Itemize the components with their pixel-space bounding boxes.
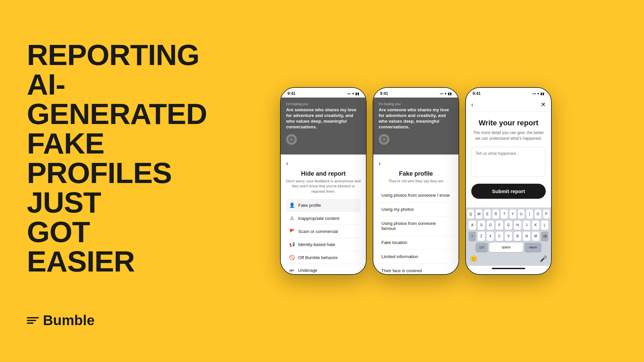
menu-item-inappropriate[interactable]: ⚠ Inappropriate content [286,212,361,225]
headline-line5: EASIER [27,247,168,276]
phones-section: 9:41 ▪▪▪ ▾ ▮▮ I'm hoping you: Are someon… [188,77,644,285]
key-l[interactable]: L [541,221,548,230]
menu-item-scam[interactable]: 🚩 Scam or commercial [286,225,361,238]
phone3-keyboard: Q W E R T Y U I O P A S D F G H [466,207,551,266]
key-t[interactable]: T [501,209,507,219]
key-f[interactable]: F [496,221,503,230]
keyboard-row-1: Q W E R T Y U I O P [467,209,550,219]
phone3-report-body: Write your report The more detail you ca… [466,112,551,207]
menu-item-identity-label: Identity-based hate [298,242,358,247]
phone3-time: 9:41 [473,91,481,96]
key-n[interactable]: N [523,232,530,241]
phone1-panel-title: Hide and report [286,170,361,177]
phone1-time: 9:41 [287,91,296,96]
phone2-time: 9:41 [380,91,388,96]
phone1-profile-bg: I'm hoping you: Are someone who shares m… [281,98,366,155]
phone1-back-button[interactable]: ‹ [286,160,361,167]
keyboard-row-4: 123 space return [467,243,550,252]
key-space[interactable]: space [489,243,523,252]
key-i[interactable]: I [526,209,533,219]
phone3-report-title: Write your report [471,119,546,127]
phone2-panel-subtitle: They're not who they say they are [379,179,453,184]
phone2-hoping-label: I'm hoping you: [379,102,453,106]
phone1-avatar: ● [286,134,297,145]
phone2-profile-bg: I'm hoping you: Are someone who shares m… [373,98,459,155]
key-u[interactable]: U [518,209,525,219]
list-item-my-photos[interactable]: Using my photos [379,202,453,217]
phone3-report-header: ‹ ✕ [466,98,551,112]
phone3-report-textarea[interactable] [471,147,546,177]
underage-icon: 18+ [289,269,295,272]
key-h[interactable]: H [514,221,521,230]
key-a[interactable]: A [469,221,476,230]
key-j[interactable]: J [523,221,530,230]
phone3-status-bar: 9:41 ▪▪▪ ▾ ▮▮ [466,88,551,98]
key-p[interactable]: P [543,209,550,219]
phone1-status-icons: ▪▪▪ ▾ ▮▮ [347,92,359,96]
inappropriate-icon: ⚠ [289,216,295,221]
bumble-logo-text: Bumble [43,312,95,328]
headline-line4: JUST GOT [27,188,168,247]
key-s[interactable]: S [478,221,485,230]
phone2-panel: ‹ Fake profile They're not who they say … [373,155,459,275]
emoji-icon[interactable]: 🙂 [470,255,477,262]
key-g[interactable]: G [505,221,512,230]
dictation-icon[interactable]: 🎤 [540,255,547,262]
fake-profile-icon: 👤 [289,202,295,208]
list-item-fake-location[interactable]: Fake location [379,236,453,250]
key-e[interactable]: E [484,209,491,219]
key-m[interactable]: M [532,232,539,241]
key-x[interactable]: X [487,232,494,241]
list-item-photos-famous[interactable]: Using photos from someone famous [379,217,453,236]
phone1-profile-text: Are someone who shares my love for adven… [286,107,361,130]
phone2-status-icons: ▪▪▪ ▾ ▮▮ [440,92,452,96]
phone3-status-icons: ▪▪▪ ▾ ▮▮ [532,92,544,96]
key-shift[interactable]: ⇧ [469,232,476,241]
key-backspace[interactable]: ⌫ [541,232,548,241]
menu-item-offbumble[interactable]: 🚫 Off Bumble behavior [286,251,361,264]
menu-item-inappropriate-label: Inappropriate content [298,216,358,221]
keyboard-bottom-bar: 🙂 🎤 [467,254,550,264]
list-item-face-covered[interactable]: Their face is covered [379,264,453,275]
phone1-panel: ‹ Hide and report Don't worry, your feed… [281,155,366,275]
key-q[interactable]: Q [467,209,474,219]
key-r[interactable]: R [492,209,499,219]
menu-item-underage[interactable]: 18+ Underage [286,264,361,275]
phone1-panel-subtitle: Don't worry, your feedback is anonymous … [286,179,361,194]
keyboard-row-2: A S D F G H J K L [467,221,550,230]
phone2-avatar: ● [379,134,389,145]
menu-item-fake-profile[interactable]: 👤 Fake profile [286,199,361,212]
phone2-back-button[interactable]: ‹ [379,160,453,167]
key-z[interactable]: Z [478,232,485,241]
bumble-logo: Bumble [27,312,168,328]
key-k[interactable]: K [532,221,539,230]
list-item-photos-know[interactable]: Using photos from someone I know [379,188,453,202]
phone-1: 9:41 ▪▪▪ ▾ ▮▮ I'm hoping you: Are someon… [280,87,367,275]
key-c[interactable]: C [496,232,503,241]
phone3-back-button[interactable]: ‹ [471,101,473,108]
phone3-close-button[interactable]: ✕ [541,101,546,108]
key-d[interactable]: D [487,221,494,230]
headline-line1: REPORTING [27,40,168,70]
bumble-icon [27,317,39,324]
key-123[interactable]: 123 [476,243,488,252]
list-item-limited-info[interactable]: Limited information [379,250,453,264]
menu-item-identity[interactable]: 📢 Identity-based hate [286,238,361,251]
phone1-menu: 👤 Fake profile ⚠ Inappropriate content 🚩… [286,199,361,275]
key-o[interactable]: O [535,209,541,219]
key-y[interactable]: Y [509,209,516,219]
phone2-list: Using photos from someone I know Using m… [379,188,453,275]
key-v[interactable]: V [505,232,512,241]
offbumble-icon: 🚫 [289,255,295,260]
phone3-submit-button[interactable]: Submit report [471,184,546,199]
key-b[interactable]: B [514,232,521,241]
phone-2: 9:41 ▪▪▪ ▾ ▮▮ I'm hoping you: Are someon… [373,87,459,275]
key-return[interactable]: return [525,243,541,252]
headline-line3: FAKE PROFILES [27,129,168,188]
phone2-profile-text: Are someone who shares my love for adven… [379,107,453,130]
menu-item-fake-profile-label: Fake profile [298,203,358,208]
menu-item-scam-label: Scam or commercial [298,229,358,234]
phone1-hoping-label: I'm hoping you: [286,102,361,106]
identity-icon: 📢 [289,242,295,247]
key-w[interactable]: W [476,209,482,219]
